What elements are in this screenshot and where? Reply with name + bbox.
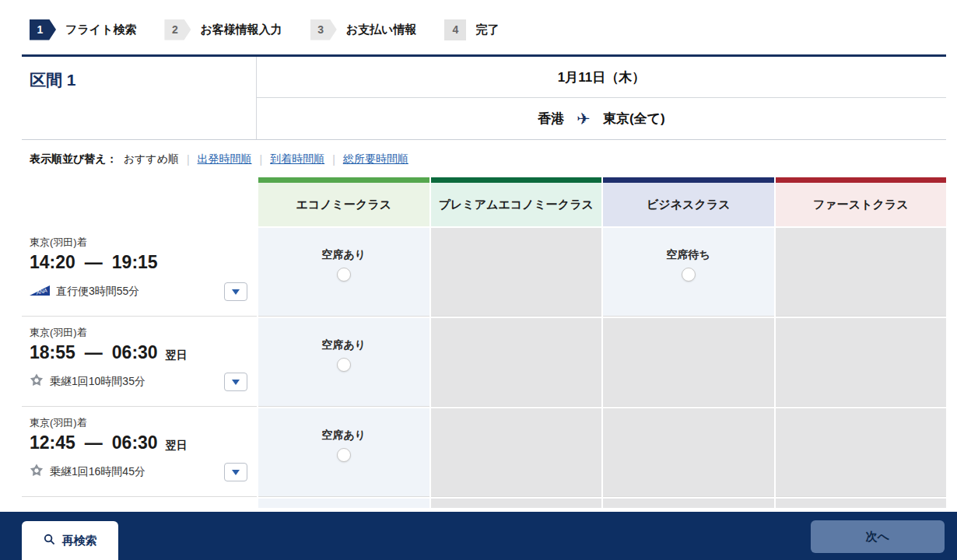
fare-cell-business xyxy=(603,408,774,497)
departure-time: 18:55 xyxy=(30,342,75,363)
arrival-airport-label: 東京(羽田)着 xyxy=(30,416,257,430)
flight-meta: 乗継1回16時間45分 xyxy=(30,463,257,481)
fare-cell-premium-economy xyxy=(431,228,602,317)
flight-details-toggle[interactable] xyxy=(224,282,247,301)
segment-title-cell: 区間 1 xyxy=(22,57,257,139)
fare-table: エコノミークラス プレミアムエコノミークラス ビジネスクラス ファーストクラス … xyxy=(22,177,946,508)
origin-city: 香港 xyxy=(538,110,564,128)
step-number: 2 xyxy=(164,19,191,40)
separator: | xyxy=(260,153,263,166)
footer-action-bar: 再検索 次へ xyxy=(0,512,957,560)
next-day-label: 翌日 xyxy=(166,348,188,362)
step-customer-info: 2 お客様情報入力 xyxy=(164,19,282,40)
chevron-down-icon xyxy=(232,470,240,475)
flight-times: 18:55 — 06:30 翌日 xyxy=(30,342,257,363)
arrival-time: 06:30 xyxy=(112,342,158,363)
segment-details: 1月11日（木） 香港 ✈ 東京(全て) xyxy=(257,57,946,139)
time-separator: — xyxy=(85,252,103,273)
cabin-header-premium-economy: プレミアムエコノミークラス xyxy=(431,177,602,226)
multi-carrier-icon xyxy=(30,373,44,390)
sort-option-arrival-time[interactable]: 到着時間順 xyxy=(270,152,324,166)
cabin-class-header-row: エコノミークラス プレミアムエコノミークラス ビジネスクラス ファーストクラス xyxy=(22,177,946,226)
next-button[interactable]: 次へ xyxy=(811,520,945,553)
cabin-color-bar xyxy=(258,177,429,183)
fare-cell-business xyxy=(603,318,774,407)
cabin-color-bar xyxy=(603,177,774,183)
seat-status-label: 空席あり xyxy=(321,338,366,352)
fare-cell-business[interactable]: 空席待ち xyxy=(603,228,774,317)
header-corner-cell xyxy=(22,177,257,226)
fare-cell-first xyxy=(776,318,947,407)
next-day-label: 翌日 xyxy=(166,439,188,453)
route-duration-label: 乗継1回10時間35分 xyxy=(50,375,145,389)
flight-info-cell: 東京(羽田)着 14:20 — 19:15 ANA 直行便3時間55分 xyxy=(22,228,257,317)
seat-select-radio[interactable] xyxy=(337,268,351,282)
time-separator: — xyxy=(85,432,103,453)
sort-label: 表示順並び替え： xyxy=(30,152,117,166)
step-number: 4 xyxy=(444,19,466,40)
arrival-time: 06:30 xyxy=(112,432,158,453)
step-number: 3 xyxy=(310,19,337,40)
step-label: フライト検索 xyxy=(65,23,136,37)
sort-option-total-duration[interactable]: 総所要時間順 xyxy=(343,152,408,166)
sort-option-departure-time[interactable]: 出発時間順 xyxy=(198,152,252,166)
separator: | xyxy=(332,153,335,166)
research-button[interactable]: 再検索 xyxy=(22,521,118,560)
chevron-down-icon xyxy=(232,289,240,295)
flight-times: 12:45 — 06:30 翌日 xyxy=(30,432,257,453)
flight-date: 1月11日（木） xyxy=(257,57,946,98)
seat-status-label: 空席待ち xyxy=(667,248,710,262)
search-icon xyxy=(44,534,55,548)
seat-select-radio[interactable] xyxy=(337,448,351,462)
fare-cell-premium-economy xyxy=(431,408,602,497)
seat-select-radio[interactable] xyxy=(337,358,351,372)
flight-times: 14:20 — 19:15 xyxy=(30,252,257,273)
departure-time: 14:20 xyxy=(30,252,75,273)
step-complete: 4 完了 xyxy=(444,19,499,40)
sort-option-recommended: おすすめ順 xyxy=(124,152,179,166)
cabin-color-bar xyxy=(431,177,602,183)
airplane-icon: ✈ xyxy=(577,110,591,128)
cabin-header-economy: エコノミークラス xyxy=(258,177,429,226)
flight-row: 東京(羽田)着 14:20 — 19:15 ANA 直行便3時間55分 空席あり xyxy=(22,228,946,317)
ana-logo-icon: ANA xyxy=(30,284,50,299)
separator: | xyxy=(187,153,190,166)
fare-cell-first xyxy=(776,408,947,497)
step-label: 完了 xyxy=(475,23,499,37)
seat-status-label: 空席あり xyxy=(321,429,366,443)
step-label: お支払い情報 xyxy=(346,23,417,37)
segment-title: 区間 1 xyxy=(30,69,256,91)
route-duration-label: 直行便3時間55分 xyxy=(56,285,139,299)
flight-row: 東京(羽田)着 12:45 — 06:30 翌日 乗継1回16時間45分 空席あ… xyxy=(22,408,946,497)
flight-info-cell: 東京(羽田)着 12:45 — 06:30 翌日 乗継1回16時間45分 xyxy=(22,408,257,497)
step-flight-search: 1 フライト検索 xyxy=(30,19,136,40)
arrival-airport-label: 東京(羽田)着 xyxy=(30,326,257,340)
seat-select-radio[interactable] xyxy=(682,268,696,282)
flight-meta: ANA 直行便3時間55分 xyxy=(30,282,257,301)
step-number: 1 xyxy=(30,19,56,40)
seat-status-label: 空席あり xyxy=(321,248,366,262)
sort-controls: 表示順並び替え： おすすめ順 | 出発時間順 | 到着時間順 | 総所要時間順 xyxy=(30,152,946,166)
fare-cell-economy[interactable]: 空席あり xyxy=(258,318,429,407)
flight-meta: 乗継1回10時間35分 xyxy=(30,373,257,391)
fare-cell-economy[interactable]: 空席あり xyxy=(258,408,429,497)
flight-route: 香港 ✈ 東京(全て) xyxy=(257,98,946,139)
chevron-down-icon xyxy=(232,380,240,385)
flight-details-toggle[interactable] xyxy=(224,373,247,391)
flight-details-toggle[interactable] xyxy=(224,463,247,481)
arrival-time: 19:15 xyxy=(112,252,158,273)
flight-row: 東京(羽田)着 18:55 — 06:30 翌日 乗継1回10時間35分 空席あ… xyxy=(22,318,946,407)
flight-info-cell: 東京(羽田)着 18:55 — 06:30 翌日 乗継1回10時間35分 xyxy=(22,318,257,407)
research-button-label: 再検索 xyxy=(62,534,97,548)
progress-steps: 1 フライト検索 2 お客様情報入力 3 お支払い情報 4 完了 xyxy=(0,0,957,54)
route-duration-label: 乗継1回16時間45分 xyxy=(50,465,145,479)
cabin-header-first: ファーストクラス xyxy=(776,177,947,226)
fare-cell-economy[interactable]: 空席あり xyxy=(258,228,429,317)
multi-carrier-icon xyxy=(30,464,44,481)
cabin-header-business: ビジネスクラス xyxy=(603,177,774,226)
step-label: お客様情報入力 xyxy=(200,23,282,37)
next-button-label: 次へ xyxy=(866,530,889,544)
flight-row-partial xyxy=(22,499,946,508)
destination-city: 東京(全て) xyxy=(603,110,665,128)
cabin-color-bar xyxy=(776,177,947,183)
